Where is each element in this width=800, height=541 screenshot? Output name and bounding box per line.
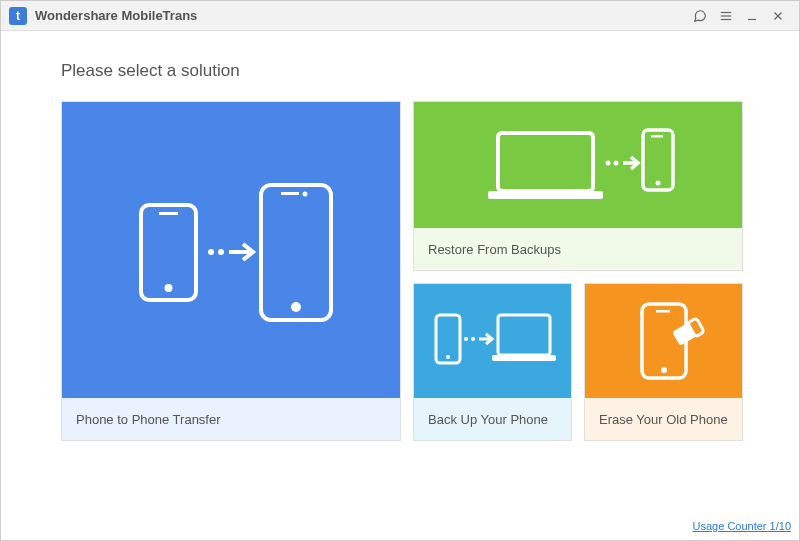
card-label: Phone to Phone Transfer	[62, 398, 400, 440]
feedback-icon[interactable]	[687, 3, 713, 29]
card-label: Restore From Backups	[414, 228, 742, 270]
solution-grid: Phone to Phone Transfer	[61, 101, 739, 441]
svg-rect-29	[498, 315, 550, 355]
svg-rect-33	[656, 310, 670, 313]
svg-point-18	[606, 160, 611, 165]
svg-point-19	[614, 160, 619, 165]
phone-transfer-icon	[62, 102, 400, 398]
page-subtitle: Please select a solution	[61, 61, 739, 81]
svg-rect-8	[159, 212, 178, 215]
menu-icon[interactable]	[713, 3, 739, 29]
app-title: Wondershare MobileTrans	[35, 8, 687, 23]
card-phone-transfer[interactable]: Phone to Phone Transfer	[61, 101, 401, 441]
app-logo: t	[9, 7, 27, 25]
svg-point-10	[218, 249, 224, 255]
svg-rect-15	[281, 192, 299, 195]
card-label: Erase Your Old Phone	[585, 398, 742, 440]
backup-icon	[414, 284, 571, 398]
svg-point-14	[303, 192, 308, 197]
title-bar: t Wondershare MobileTrans	[1, 1, 799, 31]
svg-point-13	[291, 302, 301, 312]
minimize-button[interactable]	[739, 3, 765, 29]
usage-counter-link[interactable]: Usage Counter 1/10	[693, 520, 791, 532]
close-button[interactable]	[765, 3, 791, 29]
restore-icon	[414, 102, 742, 228]
card-backup[interactable]: Back Up Your Phone	[413, 283, 572, 441]
card-label: Back Up Your Phone	[414, 398, 571, 440]
svg-point-27	[471, 337, 475, 341]
svg-rect-16	[498, 133, 593, 191]
svg-point-25	[446, 355, 450, 359]
svg-rect-30	[492, 355, 556, 361]
svg-point-7	[165, 284, 173, 292]
bottom-row: Back Up Your Phone	[413, 283, 743, 441]
svg-rect-17	[488, 191, 603, 199]
svg-point-26	[464, 337, 468, 341]
svg-point-22	[656, 180, 661, 185]
svg-point-32	[661, 367, 667, 373]
svg-rect-23	[651, 135, 663, 138]
erase-icon	[585, 284, 742, 398]
logo-letter: t	[16, 9, 20, 23]
svg-rect-12	[261, 185, 331, 320]
svg-point-9	[208, 249, 214, 255]
card-erase[interactable]: Erase Your Old Phone	[584, 283, 743, 441]
card-restore[interactable]: Restore From Backups	[413, 101, 743, 271]
right-column: Restore From Backups	[413, 101, 743, 441]
content-area: Please select a solution	[1, 31, 799, 461]
